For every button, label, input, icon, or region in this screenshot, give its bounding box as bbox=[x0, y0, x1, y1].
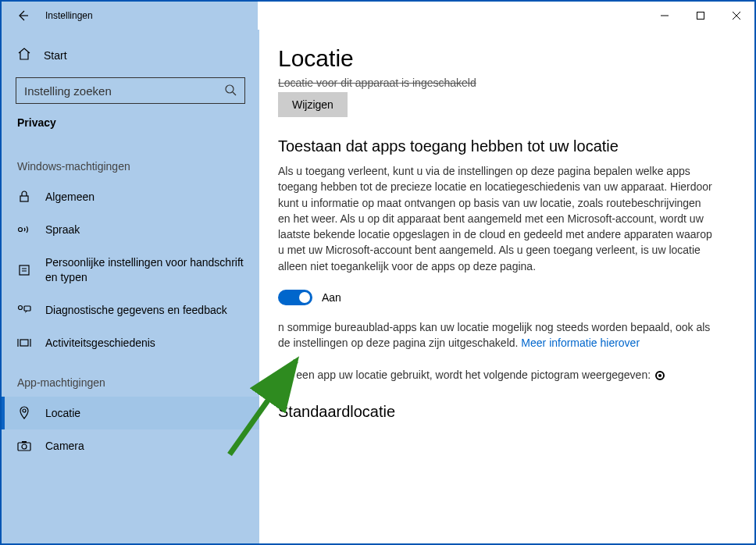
lock-icon bbox=[17, 190, 31, 204]
svg-rect-6 bbox=[20, 196, 28, 201]
back-icon[interactable] bbox=[16, 9, 30, 23]
svg-point-18 bbox=[22, 444, 27, 449]
location-toggle[interactable] bbox=[278, 290, 312, 305]
section-app-permissions: App-machtigingen bbox=[2, 359, 259, 397]
svg-rect-12 bbox=[24, 306, 30, 311]
svg-point-7 bbox=[19, 228, 23, 232]
sidebar-item-speech[interactable]: Spraak bbox=[2, 213, 259, 246]
minimize-button[interactable] bbox=[647, 2, 683, 30]
section-windows-permissions: Windows-machtigingen bbox=[2, 143, 259, 180]
toggle-knob bbox=[299, 292, 310, 303]
page-title: Locatie bbox=[278, 45, 726, 72]
search-input[interactable] bbox=[24, 84, 216, 98]
window-title: Instellingen bbox=[45, 10, 93, 21]
desktop-apps-note: n sommige bureaublad-apps kan uw locatie… bbox=[278, 319, 715, 351]
allow-apps-description: Als u toegang verleent, kunt u via de in… bbox=[278, 163, 715, 274]
close-button[interactable] bbox=[719, 2, 754, 30]
toggle-label: Aan bbox=[322, 291, 341, 304]
maximize-button[interactable] bbox=[683, 2, 719, 30]
location-icon bbox=[17, 406, 31, 420]
camera-icon bbox=[17, 439, 31, 453]
location-toggle-row: Aan bbox=[278, 290, 726, 305]
feedback-icon bbox=[17, 303, 31, 317]
sidebar-item-label: Activiteitsgeschiedenis bbox=[45, 336, 155, 350]
activity-icon bbox=[17, 336, 31, 350]
default-location-heading: Standaardlocatie bbox=[278, 403, 726, 421]
home-button[interactable]: Start bbox=[2, 41, 259, 69]
home-icon bbox=[17, 47, 31, 63]
sidebar-item-location[interactable]: Locatie bbox=[2, 397, 259, 429]
sidebar-item-label: Persoonlijke instellingen voor handschri… bbox=[45, 255, 244, 283]
titlebar: Instellingen bbox=[2, 2, 754, 30]
sidebar-item-label: Diagnostische gegevens en feedback bbox=[45, 303, 227, 317]
device-status-text: Locatie voor dit apparaat is ingeschakel… bbox=[278, 77, 726, 89]
allow-apps-heading: Toestaan dat apps toegang hebben tot uw … bbox=[278, 137, 726, 155]
speech-icon bbox=[17, 223, 31, 237]
sidebar-item-label: Spraak bbox=[45, 223, 80, 237]
window-controls bbox=[647, 2, 754, 30]
change-button[interactable]: Wijzigen bbox=[278, 92, 348, 117]
sidebar-item-general[interactable]: Algemeen bbox=[2, 180, 259, 213]
svg-point-11 bbox=[19, 305, 23, 309]
sidebar-item-label: Camera bbox=[45, 439, 84, 453]
svg-point-16 bbox=[23, 409, 26, 412]
sidebar: Start Privacy Windows-machtigingen Algem… bbox=[2, 30, 259, 543]
more-info-link[interactable]: Meer informatie hierover bbox=[521, 337, 640, 349]
indicator-description: Als een app uw locatie gebruikt, wordt h… bbox=[278, 367, 715, 383]
home-label: Start bbox=[44, 49, 67, 62]
svg-point-4 bbox=[226, 85, 234, 93]
svg-rect-19 bbox=[22, 441, 27, 443]
location-indicator-icon bbox=[655, 371, 665, 380]
search-input-container[interactable] bbox=[16, 77, 245, 104]
category-label: Privacy bbox=[2, 116, 259, 143]
svg-rect-15 bbox=[20, 340, 28, 346]
search-icon bbox=[224, 84, 237, 98]
sidebar-item-label: Algemeen bbox=[45, 190, 94, 204]
sidebar-item-camera[interactable]: Camera bbox=[2, 429, 259, 462]
svg-rect-1 bbox=[697, 12, 704, 20]
svg-rect-8 bbox=[20, 265, 29, 275]
sidebar-item-diagnostics[interactable]: Diagnostische gegevens en feedback bbox=[2, 294, 259, 326]
content-area: Locatie Locatie voor dit apparaat is ing… bbox=[259, 30, 754, 543]
inking-icon bbox=[17, 263, 31, 277]
svg-line-5 bbox=[233, 92, 236, 95]
sidebar-item-inking[interactable]: Persoonlijke instellingen voor handschri… bbox=[2, 246, 259, 293]
sidebar-item-activity[interactable]: Activiteitsgeschiedenis bbox=[2, 326, 259, 359]
sidebar-item-label: Locatie bbox=[45, 406, 80, 420]
